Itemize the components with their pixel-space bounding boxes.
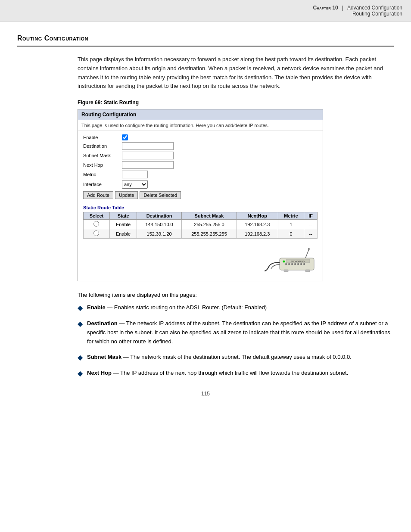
svg-point-5	[291, 263, 293, 265]
interface-select[interactable]: any	[122, 180, 148, 189]
interface-row: Interface any	[83, 180, 318, 189]
cell-metric: 1	[278, 220, 304, 229]
page-number: – 115 –	[17, 391, 394, 405]
list-item: ◆ Enable — Enables static routing on the…	[78, 303, 394, 312]
col-select: Select	[84, 212, 110, 220]
cell-select[interactable]	[84, 220, 110, 229]
cell-destination: 144.150.10.0	[137, 220, 182, 229]
routing-ui-desc: This page is used to configure the routi…	[78, 120, 323, 131]
add-route-button[interactable]: Add Route	[83, 191, 113, 199]
svg-rect-11	[284, 270, 288, 272]
items-list: ◆ Enable — Enables static routing on the…	[78, 303, 394, 378]
next-hop-input[interactable]	[122, 161, 174, 169]
subnet-mask-row: Subnet Mask	[83, 152, 318, 159]
update-button[interactable]: Update	[115, 191, 138, 199]
item-text-1: Destination — The network IP address of …	[87, 319, 394, 346]
delete-selected-button[interactable]: Delete Selected	[140, 191, 181, 199]
form-buttons: Add Route Update Delete Selected	[83, 191, 318, 199]
col-state: State	[109, 212, 137, 220]
table-row: Enable 152.39.1.20 255.255.255.255 192.1…	[84, 229, 318, 239]
svg-line-1	[305, 249, 309, 258]
routing-ui-header: Routing Configuration	[78, 109, 323, 120]
metric-row: Metric	[83, 171, 318, 178]
item-term-3: Next Hop	[87, 370, 112, 376]
svg-point-10	[283, 261, 285, 263]
chapter-label: Chapter 10	[313, 5, 338, 11]
bullet-icon: ◆	[78, 353, 83, 361]
col-destination: Destination	[137, 212, 182, 220]
item-term-0: Enable	[87, 304, 106, 311]
col-metric: Metric	[278, 212, 304, 220]
cell-subnet-mask: 255.255.255.0	[181, 220, 237, 229]
cell-select[interactable]	[84, 229, 110, 239]
route-radio-0[interactable]	[93, 221, 99, 227]
routing-ui: Routing Configuration This page is used …	[78, 109, 323, 281]
svg-point-3	[285, 263, 287, 265]
subnet-mask-label: Subnet Mask	[83, 153, 122, 158]
following-text: The following items are displayed on thi…	[78, 292, 394, 298]
bullet-icon: ◆	[78, 304, 83, 312]
enable-row: Enable	[83, 134, 318, 140]
item-text-0: Enable — Enables static routing on the A…	[87, 303, 267, 312]
item-term-1: Destination	[87, 320, 118, 327]
item-term-2: Subnet Mask	[87, 354, 121, 360]
cell-state: Enable	[109, 220, 137, 229]
svg-rect-12	[305, 270, 310, 272]
cell-state: Enable	[109, 229, 137, 239]
svg-point-8	[300, 263, 302, 265]
metric-label: Metric	[83, 172, 122, 177]
col-nexthop: NextHop	[237, 212, 278, 220]
next-hop-row: Next Hop	[83, 161, 318, 169]
col-subnet-mask: Subnet Mask	[181, 212, 237, 220]
cell-nexthop: 192.168.2.3	[237, 220, 278, 229]
destination-input[interactable]	[122, 142, 174, 150]
svg-text:BROADBAND: BROADBAND	[291, 260, 305, 263]
figure-caption: Figure 69: Static Routing	[78, 100, 394, 106]
main-content: Routing Configuration This page displays…	[0, 22, 411, 423]
static-route-title: Static Route Table	[83, 205, 318, 210]
cell-nexthop: 192.168.2.3	[237, 229, 278, 239]
figure-box: Routing Configuration This page is used …	[78, 109, 323, 281]
table-header-row: Select State Destination Subnet Mask Nex…	[84, 212, 318, 220]
svg-point-2	[308, 248, 310, 250]
destination-row: Destination	[83, 142, 318, 150]
cell-if: --	[304, 220, 318, 229]
routing-form: Enable Destination Subnet Mask Next Hop …	[78, 131, 323, 205]
router-image: BROADBAND	[262, 247, 318, 279]
svg-point-4	[288, 263, 290, 265]
item-text-3: Next Hop — The IP address of the next ho…	[87, 369, 348, 378]
enable-checkbox[interactable]	[122, 134, 128, 140]
interface-label: Interface	[83, 182, 122, 187]
list-item: ◆ Destination — The network IP address o…	[78, 319, 394, 346]
route-radio-1[interactable]	[93, 230, 99, 236]
list-item: ◆ Subnet Mask — The network mask of the …	[78, 353, 394, 362]
cell-destination: 152.39.1.20	[137, 229, 182, 239]
svg-point-6	[294, 263, 296, 265]
cell-metric: 0	[278, 229, 304, 239]
router-image-area: BROADBAND	[78, 242, 323, 281]
table-row: Enable 144.150.10.0 255.255.255.0 192.16…	[84, 220, 318, 229]
header-line2: Routing Configuration	[352, 11, 402, 17]
list-item: ◆ Next Hop — The IP address of the next …	[78, 369, 394, 378]
body-paragraph: This page displays the information neces…	[78, 55, 394, 91]
metric-input[interactable]	[122, 171, 148, 178]
cell-if: --	[304, 229, 318, 239]
section-heading: Routing Configuration	[17, 34, 394, 42]
svg-point-7	[297, 263, 299, 265]
header-lines: Chapter 10 | Advanced Configuration Rout…	[313, 5, 402, 17]
enable-label: Enable	[83, 135, 122, 140]
static-route-section: Static Route Table Select State Destinat…	[78, 205, 323, 242]
svg-point-9	[303, 263, 305, 265]
col-if: IF	[304, 212, 318, 220]
header-title: Advanced Configuration	[347, 5, 402, 11]
header-line1: Chapter 10 | Advanced Configuration	[313, 5, 402, 11]
next-hop-label: Next Hop	[83, 162, 122, 168]
header-separator: |	[342, 5, 343, 11]
section-title-block: Routing Configuration	[17, 34, 394, 47]
destination-label: Destination	[83, 143, 122, 149]
header-bar: Chapter 10 | Advanced Configuration Rout…	[0, 0, 411, 22]
subnet-mask-input[interactable]	[122, 152, 174, 159]
bullet-icon: ◆	[78, 320, 83, 328]
bullet-icon: ◆	[78, 369, 83, 377]
item-text-2: Subnet Mask — The network mask of the de…	[87, 353, 352, 362]
